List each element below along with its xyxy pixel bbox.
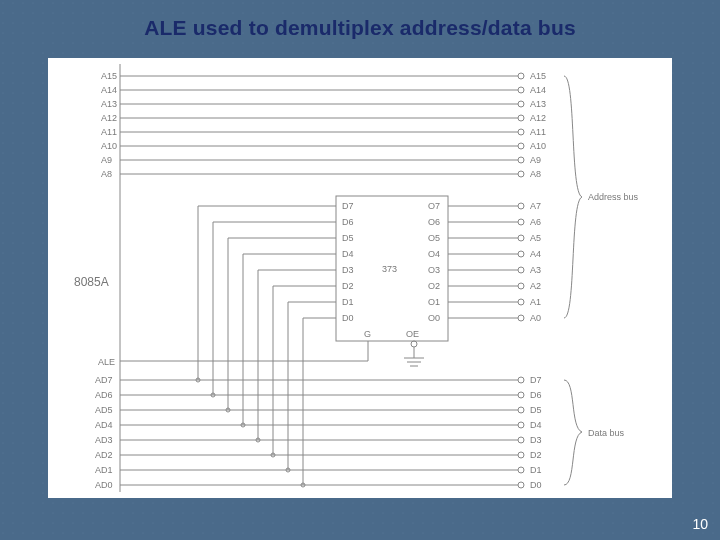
svg-text:D7: D7 bbox=[342, 201, 354, 211]
data-bus-brace bbox=[564, 380, 582, 485]
svg-text:O2: O2 bbox=[428, 281, 440, 291]
svg-text:D3: D3 bbox=[530, 435, 542, 445]
svg-point-69 bbox=[518, 315, 524, 321]
svg-text:A1: A1 bbox=[530, 297, 541, 307]
svg-text:O7: O7 bbox=[428, 201, 440, 211]
ale-label: ALE bbox=[98, 357, 115, 367]
svg-text:A5: A5 bbox=[530, 233, 541, 243]
processor-label: 8085A bbox=[74, 275, 109, 289]
svg-text:A11: A11 bbox=[530, 127, 546, 137]
svg-point-34 bbox=[518, 203, 524, 209]
svg-text:A8: A8 bbox=[101, 169, 112, 179]
svg-text:OE: OE bbox=[406, 329, 419, 339]
latch-pins: D7 O7 A7 D6 O6 A6 D5 O5 A5 D4 O4 A4 bbox=[342, 201, 541, 323]
svg-text:A14: A14 bbox=[530, 85, 546, 95]
page-number: 10 bbox=[692, 516, 708, 532]
svg-text:AD4: AD4 bbox=[95, 420, 113, 430]
svg-text:A13: A13 bbox=[530, 99, 546, 109]
svg-point-103 bbox=[518, 437, 524, 443]
svg-text:D2: D2 bbox=[342, 281, 354, 291]
svg-text:A9: A9 bbox=[530, 155, 541, 165]
svg-point-26 bbox=[518, 157, 524, 163]
svg-point-44 bbox=[518, 235, 524, 241]
svg-text:A0: A0 bbox=[530, 313, 541, 323]
slide: ALE used to demultiplex address/data bus… bbox=[0, 0, 720, 540]
svg-text:A10: A10 bbox=[101, 141, 117, 151]
schematic-svg: 8085A A15 A15 A14 A14 A13 A13 A12 A12 bbox=[48, 58, 672, 498]
svg-text:AD5: AD5 bbox=[95, 405, 113, 415]
svg-point-113 bbox=[518, 467, 524, 473]
svg-text:D5: D5 bbox=[342, 233, 354, 243]
svg-text:AD0: AD0 bbox=[95, 480, 113, 490]
svg-text:D1: D1 bbox=[342, 297, 354, 307]
svg-point-18 bbox=[518, 129, 524, 135]
svg-text:A9: A9 bbox=[101, 155, 112, 165]
svg-text:O0: O0 bbox=[428, 313, 440, 323]
data-bus-label: Data bus bbox=[588, 428, 625, 438]
svg-text:O5: O5 bbox=[428, 233, 440, 243]
svg-text:O3: O3 bbox=[428, 265, 440, 275]
latch-label: 373 bbox=[382, 264, 397, 274]
svg-text:D4: D4 bbox=[342, 249, 354, 259]
svg-point-64 bbox=[518, 299, 524, 305]
svg-point-2 bbox=[518, 73, 524, 79]
svg-text:D0: D0 bbox=[342, 313, 354, 323]
svg-text:A12: A12 bbox=[530, 113, 546, 123]
svg-text:A8: A8 bbox=[530, 169, 541, 179]
svg-text:A15: A15 bbox=[530, 71, 546, 81]
svg-point-39 bbox=[518, 219, 524, 225]
svg-text:A3: A3 bbox=[530, 265, 541, 275]
svg-point-54 bbox=[518, 267, 524, 273]
svg-point-49 bbox=[518, 251, 524, 257]
svg-point-118 bbox=[518, 482, 524, 488]
address-bus-label: Address bus bbox=[588, 192, 639, 202]
svg-text:G: G bbox=[364, 329, 371, 339]
svg-text:AD6: AD6 bbox=[95, 390, 113, 400]
svg-text:D1: D1 bbox=[530, 465, 542, 475]
svg-text:A11: A11 bbox=[101, 127, 117, 137]
svg-point-14 bbox=[518, 115, 524, 121]
svg-text:A6: A6 bbox=[530, 217, 541, 227]
svg-text:D6: D6 bbox=[530, 390, 542, 400]
svg-text:A12: A12 bbox=[101, 113, 117, 123]
svg-text:A14: A14 bbox=[101, 85, 117, 95]
svg-text:D0: D0 bbox=[530, 480, 542, 490]
svg-text:AD2: AD2 bbox=[95, 450, 113, 460]
ad-bus-group: AD7 D7 AD6 D6 AD5 D5 AD4 D4 bbox=[95, 206, 542, 490]
svg-point-76 bbox=[411, 341, 417, 347]
svg-text:AD7: AD7 bbox=[95, 375, 113, 385]
svg-point-30 bbox=[518, 171, 524, 177]
svg-point-108 bbox=[518, 452, 524, 458]
svg-text:AD3: AD3 bbox=[95, 435, 113, 445]
svg-text:A13: A13 bbox=[101, 99, 117, 109]
svg-point-10 bbox=[518, 101, 524, 107]
svg-text:D7: D7 bbox=[530, 375, 542, 385]
svg-point-98 bbox=[518, 422, 524, 428]
svg-point-22 bbox=[518, 143, 524, 149]
svg-text:O6: O6 bbox=[428, 217, 440, 227]
schematic-diagram: 8085A A15 A15 A14 A14 A13 A13 A12 A12 bbox=[48, 58, 672, 498]
address-bus-brace bbox=[564, 76, 582, 318]
svg-text:D3: D3 bbox=[342, 265, 354, 275]
svg-point-6 bbox=[518, 87, 524, 93]
address-high-group: A15 A15 A14 A14 A13 A13 A12 A12 A11 A11 bbox=[101, 71, 546, 179]
svg-text:AD1: AD1 bbox=[95, 465, 113, 475]
slide-title: ALE used to demultiplex address/data bus bbox=[0, 16, 720, 40]
svg-point-59 bbox=[518, 283, 524, 289]
svg-point-93 bbox=[518, 407, 524, 413]
svg-text:O1: O1 bbox=[428, 297, 440, 307]
svg-text:D4: D4 bbox=[530, 420, 542, 430]
svg-text:D6: D6 bbox=[342, 217, 354, 227]
svg-text:A15: A15 bbox=[101, 71, 117, 81]
svg-text:A10: A10 bbox=[530, 141, 546, 151]
svg-point-83 bbox=[518, 377, 524, 383]
svg-text:A4: A4 bbox=[530, 249, 541, 259]
svg-text:D5: D5 bbox=[530, 405, 542, 415]
ground-icon bbox=[404, 358, 424, 366]
svg-point-88 bbox=[518, 392, 524, 398]
svg-text:D2: D2 bbox=[530, 450, 542, 460]
svg-text:A7: A7 bbox=[530, 201, 541, 211]
svg-text:O4: O4 bbox=[428, 249, 440, 259]
svg-text:A2: A2 bbox=[530, 281, 541, 291]
